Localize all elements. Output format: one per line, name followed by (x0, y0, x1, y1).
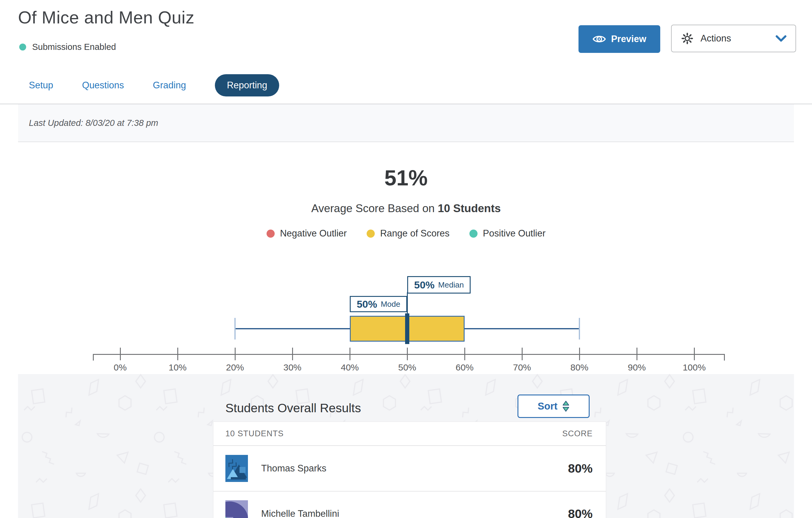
table-header-students: 10 STUDENTS (225, 429, 284, 438)
boxplot-left-cap (234, 318, 236, 340)
legend-label: Negative Outlier (280, 228, 347, 239)
average-score-value: 51% (0, 166, 812, 190)
legend-label: Range of Scores (380, 228, 450, 239)
students-results-section: Students Overall Results Sort 10 STUDENT… (18, 374, 794, 518)
x-axis-tick-label: 30% (283, 362, 301, 373)
sort-button-label: Sort (538, 401, 557, 412)
boxplot-median-line (405, 313, 409, 344)
x-axis-tick (579, 348, 580, 360)
gear-icon (681, 32, 694, 45)
student-name: Thomas Sparks (261, 463, 326, 474)
avatar (225, 500, 248, 518)
sort-button[interactable]: Sort (518, 395, 590, 418)
boxplot-right-whisker (465, 328, 579, 329)
page-title: Of Mice and Men Quiz (18, 7, 195, 27)
average-score-caption: Average Score Based on 10 Students (0, 202, 812, 215)
student-count: 10 Students (438, 202, 501, 214)
last-updated-bar: Last Updated: 8/03/20 at 7:38 pm (18, 104, 794, 142)
x-axis-tick-label: 40% (341, 362, 359, 373)
student-score: 80% (568, 507, 592, 518)
legend-item: Range of Scores (367, 228, 450, 239)
x-axis-tick (177, 348, 178, 360)
x-axis-tick (235, 348, 236, 360)
tab-setup[interactable]: Setup (29, 80, 53, 91)
table-header-score: SCORE (562, 429, 592, 438)
tab-bar: Setup Questions Grading Reporting (29, 74, 279, 96)
actions-button-label: Actions (700, 33, 731, 44)
boxplot-left-whisker (235, 328, 350, 329)
table-rows: Thomas Sparks 80% Michelle Tambellini 80… (213, 446, 606, 518)
legend-item: Negative Outlier (266, 228, 347, 239)
x-axis-tick (349, 348, 350, 360)
last-updated-text: Last Updated: 8/03/20 at 7:38 pm (29, 118, 158, 128)
annotation-connector-line (407, 292, 408, 316)
x-axis-tick-label: 90% (628, 362, 646, 373)
x-axis-tick-label: 70% (513, 362, 531, 373)
legend-dot-icon (266, 230, 275, 238)
legend-dot-icon (367, 230, 375, 238)
x-axis-tick (292, 348, 293, 360)
table-header-row: 10 STUDENTS SCORE (213, 422, 606, 446)
submission-status: Submissions Enabled (19, 42, 116, 52)
preview-button-label: Preview (611, 34, 646, 45)
legend-dot-icon (469, 230, 477, 238)
actions-button[interactable]: Actions (671, 25, 796, 52)
score-summary-chart: 51% Average Score Based on 10 Students N… (0, 142, 812, 374)
results-heading: Students Overall Results (225, 401, 361, 415)
eye-icon (592, 34, 606, 44)
student-name: Michelle Tambellini (261, 508, 339, 518)
x-axis-tick (120, 348, 121, 360)
x-axis-tick (407, 348, 408, 360)
tab-grading[interactable]: Grading (153, 80, 186, 91)
legend-item: Positive Outlier (469, 228, 546, 239)
boxplot-right-cap (579, 318, 580, 340)
x-axis (93, 354, 725, 355)
x-axis-tick-label: 10% (169, 362, 186, 373)
table-row[interactable]: Thomas Sparks 80% (213, 446, 606, 491)
legend-label: Positive Outlier (483, 228, 546, 239)
x-axis-tick (522, 348, 523, 360)
student-score: 80% (568, 462, 592, 476)
avatar (225, 455, 248, 482)
x-axis-tick-label: 80% (570, 362, 588, 373)
x-axis-left-endcap (93, 354, 94, 361)
median-annotation: 50% Median (407, 276, 471, 293)
x-axis-tick-label: 60% (456, 362, 474, 373)
x-axis-tick-label: 50% (398, 362, 416, 373)
x-axis-tick-label: 20% (226, 362, 244, 373)
chart-legend: Negative OutlierRange of ScoresPositive … (0, 228, 812, 239)
tab-questions[interactable]: Questions (82, 80, 124, 91)
x-axis-right-endcap (724, 354, 725, 361)
tab-reporting[interactable]: Reporting (215, 74, 279, 96)
status-label: Submissions Enabled (32, 42, 116, 52)
chevron-down-icon (776, 35, 786, 42)
mode-annotation: 50% Mode (350, 296, 407, 312)
x-axis-tick-label: 100% (683, 362, 706, 373)
x-axis-tick (464, 348, 465, 360)
x-axis-tick-label: 0% (114, 362, 126, 373)
x-axis-tick (694, 348, 695, 360)
table-row[interactable]: Michelle Tambellini 80% (213, 491, 606, 518)
sort-arrows-icon (562, 401, 570, 412)
preview-button[interactable]: Preview (579, 25, 660, 53)
status-dot-icon (19, 44, 26, 51)
quiz-reporting-page: Of Mice and Men Quiz Submissions Enabled… (0, 0, 812, 518)
students-results-table: 10 STUDENTS SCORE Thomas Sparks 80% Mich… (213, 422, 606, 518)
x-axis-tick (637, 348, 637, 360)
